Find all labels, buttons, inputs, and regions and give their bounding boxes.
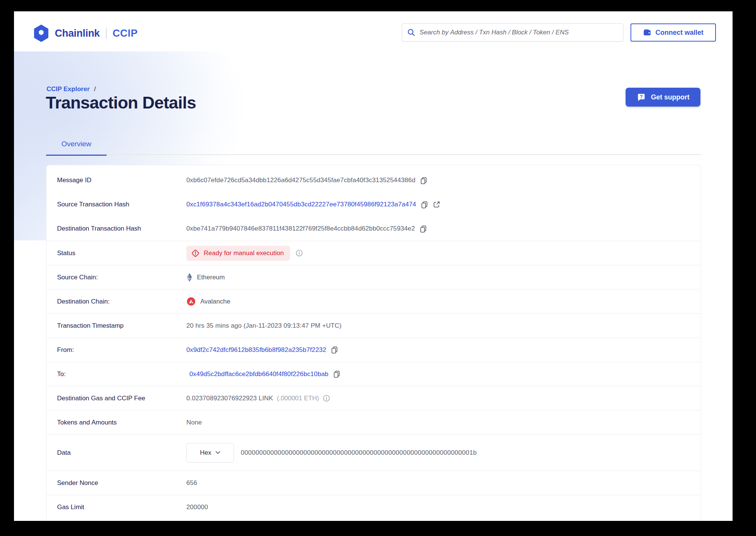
row-tokens-and-amounts: Tokens and Amounts None [46, 410, 701, 434]
to-address-link[interactable]: 0x49d5c2bdffac6ce2bfdb6640f4f80f226bc10b… [189, 370, 328, 378]
breadcrumb-ccip-explorer-link[interactable]: CCIP Explorer [46, 85, 90, 93]
info-icon[interactable] [296, 249, 303, 257]
brand-divider [106, 28, 107, 39]
transaction-details-card: Message ID 0xb6c07efde726cd5a34dbb1226a6… [46, 165, 701, 521]
copy-icon[interactable] [421, 201, 428, 209]
row-from: From: 0x9df2c742dfcf9612b835fb6b8f982a23… [46, 338, 701, 362]
to-label: To: [57, 370, 186, 378]
data-label: Data [57, 449, 186, 457]
chainlink-hexagon-logo-icon [33, 24, 50, 42]
dest-tx-label: Destination Transaction Hash [57, 225, 186, 232]
ethereum-icon [186, 273, 192, 282]
wallet-icon [643, 29, 651, 36]
timestamp-label: Transaction Timestamp [57, 322, 186, 330]
page-title: Transaction Details [46, 93, 196, 113]
tab-overview[interactable]: Overview [46, 140, 107, 156]
status-badge: Ready for manual execution [186, 246, 290, 261]
sender-nonce-value: 656 [186, 479, 197, 487]
question-bubble-icon: ? [637, 93, 646, 102]
row-source-chain: Source Chain: Ethereum [46, 265, 701, 289]
source-tx-label: Source Transaction Hash [57, 201, 186, 208]
status-label: Status [57, 249, 186, 257]
row-transaction-timestamp: Transaction Timestamp 20 hrs 35 mins ago… [46, 313, 701, 338]
gas-limit-value: 200000 [186, 503, 208, 511]
dest-chain-value: Avalanche [186, 297, 230, 306]
connect-wallet-button[interactable]: Connect wallet [631, 23, 716, 42]
data-hex-value: 0000000000000000000000000000000000000000… [241, 449, 477, 457]
row-source-transaction-hash: Source Transaction Hash 0xc1f69378a4c343… [46, 192, 701, 217]
status-badge-label: Ready for manual execution [204, 249, 284, 257]
row-message-id: Message ID 0xb6c07efde726cd5a34dbb1226a6… [46, 168, 701, 192]
source-chain-name: Ethereum [197, 274, 225, 281]
fee-label: Destination Gas and CCIP Fee [57, 395, 186, 402]
row-partial-bottom [46, 519, 701, 521]
row-data: Data Hex 0000000000000000000000000000000… [46, 434, 701, 471]
svg-text:?: ? [640, 94, 643, 99]
sender-nonce-label: Sender Nonce [57, 479, 186, 487]
row-sender-nonce: Sender Nonce 656 [46, 471, 701, 495]
timestamp-value: 20 hrs 35 mins ago (Jan-11-2023 09:13:47… [186, 322, 341, 330]
tabs-divider-line [46, 154, 701, 155]
warning-diamond-icon [191, 249, 200, 257]
row-destination-gas-and-ccip-fee: Destination Gas and CCIP Fee 0.023708923… [46, 386, 701, 410]
search-input[interactable] [420, 29, 618, 36]
data-format-select[interactable]: Hex [186, 443, 234, 463]
message-id-value: 0xb6c07efde726cd5a34dbb1226a6d4275c55d34… [186, 177, 415, 184]
data-format-value: Hex [200, 449, 211, 457]
fee-eth-equivalent: (.000001 ETH) [277, 395, 319, 402]
row-status: Status Ready for manual execution [46, 241, 701, 265]
row-to: To: 0x49d5c2bdffac6ce2bfdb6640f4f80f226b… [46, 362, 701, 386]
row-destination-chain: Destination Chain: Avalanche [46, 289, 701, 313]
search-bar[interactable] [402, 23, 623, 42]
get-support-label: Get support [651, 93, 689, 101]
breadcrumb: CCIP Explorer / [46, 85, 96, 93]
copy-icon[interactable] [331, 346, 338, 354]
gas-limit-label: Gas Limit [57, 503, 186, 511]
from-address-link[interactable]: 0x9df2c742dfcf9612b835fb6b8f982a235b7f22… [186, 346, 326, 354]
copy-icon[interactable] [333, 370, 341, 378]
source-tx-hash-link[interactable]: 0xc1f69378a4c343ef16ad2b0470455db3cd2222… [186, 201, 416, 208]
copy-icon[interactable] [420, 225, 427, 233]
chevron-down-icon [215, 451, 220, 454]
tokens-value: None [186, 419, 202, 426]
dest-chain-label: Destination Chain: [57, 298, 186, 305]
message-id-label: Message ID [57, 177, 186, 184]
connect-wallet-label: Connect wallet [655, 29, 703, 37]
brand-product: CCIP [113, 28, 138, 39]
source-chain-label: Source Chain: [57, 274, 186, 281]
brand-name: Chainlink [55, 28, 100, 39]
info-icon[interactable] [323, 395, 330, 402]
fee-value: 0.023708923076922923 LINK [186, 395, 273, 402]
tokens-label: Tokens and Amounts [57, 419, 186, 426]
brand[interactable]: Chainlink CCIP [33, 24, 138, 42]
copy-icon[interactable] [420, 177, 428, 184]
ccip-explorer-page: Chainlink CCIP Connect wallet CCIP Explo… [14, 11, 733, 521]
screenshot-frame: Chainlink CCIP Connect wallet CCIP Explo… [0, 0, 756, 536]
dest-chain-name: Avalanche [200, 298, 230, 305]
breadcrumb-separator: / [94, 85, 96, 93]
row-destination-transaction-hash: Destination Transaction Hash 0xbe741a779… [46, 217, 701, 241]
search-icon [407, 28, 415, 37]
external-link-icon[interactable] [433, 201, 440, 208]
avalanche-icon [186, 297, 196, 306]
source-chain-value: Ethereum [186, 273, 225, 282]
get-support-button[interactable]: ? Get support [626, 88, 700, 107]
from-label: From: [57, 346, 186, 354]
dest-tx-hash-value: 0xbe741a779b9407846e837811f438122f769f25… [186, 225, 415, 232]
row-gas-limit: Gas Limit 200000 [46, 495, 701, 519]
